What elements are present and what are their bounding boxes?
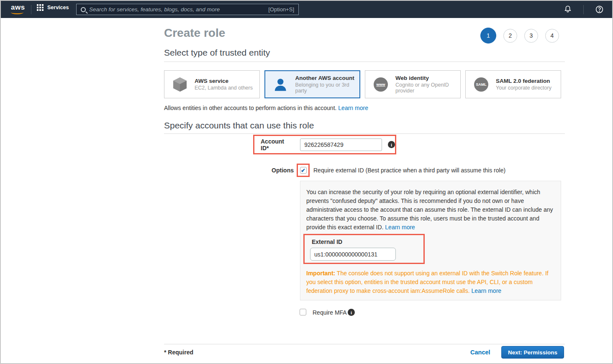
external-id-label: External ID <box>312 238 342 245</box>
card-title: AWS service <box>195 78 253 84</box>
card-saml-federation[interactable]: SAML SAML 2.0 federation Your corporate … <box>465 70 561 98</box>
step-4: 4 <box>545 29 559 43</box>
section-title-trusted-entity: Select type of trusted entity <box>164 48 270 58</box>
info-icon[interactable]: i <box>348 309 355 316</box>
account-id-label: Account ID* <box>261 138 293 151</box>
saml-icon: SAML <box>474 77 488 92</box>
card-another-aws-account[interactable]: Another AWS account Belonging to you or … <box>264 70 360 98</box>
external-id-description-text: You can increase the security of your ro… <box>306 189 553 231</box>
learn-more-link[interactable]: Learn more <box>338 105 368 111</box>
entity-note: Allows entities in other accounts to per… <box>164 105 368 111</box>
external-id-description: You can increase the security of your ro… <box>306 188 554 232</box>
card-aws-service[interactable]: AWS service EC2, Lambda and others <box>164 70 260 98</box>
cancel-button[interactable]: Cancel <box>470 349 490 356</box>
card-subtitle: Cognito or any OpenID provider <box>395 82 454 94</box>
trusted-entity-cards: AWS service EC2, Lambda and others Anoth… <box>164 70 561 98</box>
card-subtitle: Your corporate directory <box>496 85 551 91</box>
divider <box>164 62 565 62</box>
www-icon: www <box>374 77 388 92</box>
card-title: Another AWS account <box>295 75 359 81</box>
card-title: SAML 2.0 federation <box>496 78 551 84</box>
grid-icon <box>37 4 44 11</box>
account-id-input[interactable] <box>300 138 382 151</box>
entity-note-text: Allows entities in other accounts to per… <box>164 105 336 111</box>
required-note: * Required <box>164 349 193 356</box>
require-mfa-label: Require MFA <box>313 309 347 316</box>
learn-more-link[interactable]: Learn more <box>385 224 415 231</box>
search-input[interactable] <box>86 6 268 13</box>
external-id-input[interactable] <box>310 248 396 261</box>
help-icon[interactable] <box>595 5 604 14</box>
divider <box>164 133 565 134</box>
services-label: Services <box>47 5 69 10</box>
next-permissions-button[interactable]: Next: Permissions <box>501 346 564 359</box>
annotation-box-external-id-checkbox: ✔ <box>297 164 310 177</box>
aws-logo[interactable]: aws <box>11 3 25 14</box>
card-subtitle: EC2, Lambda and others <box>195 85 253 91</box>
topbar-divider <box>583 5 584 14</box>
require-external-id-label: Require external ID (Best practice when … <box>313 167 505 174</box>
browser-viewport: aws Services [Option+S] <box>0 0 613 364</box>
page-title: Create role <box>164 26 225 40</box>
cube-icon <box>173 77 187 92</box>
services-menu-button[interactable]: Services <box>37 4 69 11</box>
topbar-divider <box>31 5 31 14</box>
info-icon[interactable]: i <box>388 141 395 148</box>
learn-more-link[interactable]: Learn more <box>472 287 502 294</box>
topbar: aws Services [Option+S] <box>1 1 612 18</box>
require-external-id-checkbox[interactable]: ✔ <box>300 167 307 174</box>
card-web-identity[interactable]: www Web identity Cognito or any OpenID p… <box>365 70 461 98</box>
step-3: 3 <box>524 29 538 43</box>
search-icon <box>81 7 86 12</box>
annotation-box-external-id: External ID <box>303 234 425 264</box>
global-search: [Option+S] <box>76 4 299 15</box>
card-title: Web identity <box>395 75 454 81</box>
wizard-step-indicator: 1 2 3 4 <box>480 28 559 44</box>
options-label: Options <box>235 167 294 174</box>
section-title-specify-accounts: Specify accounts that can use this role <box>164 120 314 131</box>
require-mfa-checkbox[interactable] <box>300 309 306 315</box>
footer-divider <box>164 344 565 344</box>
person-icon <box>273 77 287 92</box>
important-note-prefix: Important: <box>306 270 335 277</box>
annotation-box-account-id: Account ID* i <box>253 135 396 154</box>
card-subtitle: Belonging to you or 3rd party <box>295 82 359 94</box>
step-2: 2 <box>503 29 517 43</box>
step-1: 1 <box>480 28 496 44</box>
notifications-bell-icon[interactable] <box>564 5 572 13</box>
aws-logo-text: aws <box>11 3 25 11</box>
external-id-panel: You can increase the security of your ro… <box>300 181 561 300</box>
search-shortcut-hint: [Option+S] <box>268 6 294 13</box>
important-note: Important: The console does not support … <box>306 269 552 295</box>
important-note-text: The console does not support using an ex… <box>306 270 549 294</box>
